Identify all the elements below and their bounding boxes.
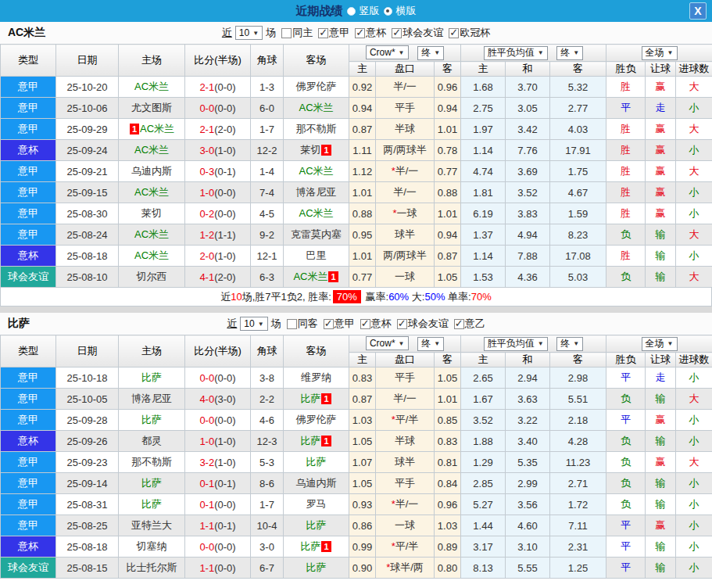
- full-time-score: 4-1: [199, 271, 214, 283]
- match-count-select[interactable]: 10▼: [235, 26, 263, 40]
- league-checkbox-seriea[interactable]: [318, 28, 328, 38]
- score-cell: 3-2(1-0): [185, 452, 251, 473]
- avg-source-select[interactable]: 胜平负均值▼: [484, 46, 548, 60]
- away-odds: 1.01: [435, 389, 461, 410]
- result-goals: 小: [676, 515, 712, 536]
- half-time-score: (0-0): [214, 187, 235, 199]
- avg-away-odds: 17.08: [550, 246, 606, 267]
- handicap-value: 半/一: [393, 393, 417, 404]
- table-row: 意甲 25-09-29 1AC米兰 2-1(2-0) 1-7 那不勒斯 0.87…: [1, 119, 712, 140]
- away-odds: 1.01: [435, 203, 461, 224]
- result-goals: 小: [676, 203, 712, 224]
- result-wdl: 平: [606, 515, 646, 536]
- result-goals: 小: [676, 246, 712, 267]
- layout-radio-vertical[interactable]: [347, 7, 356, 16]
- odds-final-select[interactable]: 终▼: [417, 46, 444, 60]
- home-odds: 1.03: [349, 410, 376, 431]
- handicap-value: 平手: [395, 102, 415, 113]
- odds-final-select[interactable]: 终▼: [417, 337, 444, 351]
- away-team-name: AC米兰: [299, 207, 333, 219]
- layout-radio-horizontal[interactable]: [384, 7, 392, 16]
- league-checkbox-coppa[interactable]: [360, 319, 370, 329]
- home-odds: 0.83: [349, 368, 376, 389]
- away-red-card-badge: 1: [321, 436, 331, 446]
- big-rate-label: 大:: [412, 290, 425, 304]
- league-checkbox-serieb[interactable]: [454, 319, 464, 329]
- result-scope-select[interactable]: 全场▼: [642, 46, 678, 60]
- result-handicap: 输: [646, 494, 676, 515]
- league-checkbox-coppa[interactable]: [355, 28, 365, 38]
- match-date: 25-09-21: [56, 161, 119, 182]
- home-team-cell: 都灵: [119, 431, 185, 452]
- league-type-cell: 意甲: [1, 98, 56, 119]
- table-row: 意甲 25-09-28 比萨 0-0(0-0) 4-6 佛罗伦萨 1.03 *平…: [1, 410, 712, 431]
- recent-link[interactable]: 近: [222, 26, 232, 40]
- home-team-cell: 比萨: [119, 473, 185, 494]
- score-cell: 1-1(0-0): [185, 558, 251, 579]
- avg-away-odds: 2.98: [550, 368, 606, 389]
- avg-away-odds: 11.23: [550, 452, 606, 473]
- table-row: 意甲 25-10-20 AC米兰 2-1(0-0) 1-3 佛罗伦萨 0.92 …: [1, 77, 712, 98]
- league-checkbox-seriea[interactable]: [324, 319, 334, 329]
- full-time-score: 3-2: [199, 457, 214, 468]
- home-team-name: 比萨: [141, 371, 162, 383]
- sub-header-wdl: 胜负: [606, 353, 646, 368]
- table-row: 意甲 25-10-06 尤文图斯 0-0(0-0) 6-0 AC米兰 0.94 …: [1, 98, 712, 119]
- avg-final-select[interactable]: 终▼: [556, 46, 583, 60]
- away-team-name: AC米兰: [299, 102, 333, 113]
- handicap-cell: *球半/两: [376, 558, 435, 579]
- away-team-cell: AC米兰: [284, 203, 349, 224]
- score-cell: 0-0(0-0): [185, 98, 251, 119]
- col-header-home: 主场: [119, 335, 185, 368]
- recent-link[interactable]: 近: [227, 317, 237, 331]
- home-odds: 0.86: [349, 515, 376, 536]
- corner-count: 1-7: [251, 119, 284, 140]
- home-odds: 1.11: [349, 140, 376, 161]
- result-handicap: 赢: [646, 410, 676, 431]
- result-scope-select[interactable]: 全场▼: [642, 337, 678, 351]
- odds-source-select[interactable]: Crow*▼: [366, 336, 409, 350]
- away-team-cell: 莱切1: [284, 140, 349, 161]
- league-checkbox-friendly[interactable]: [397, 319, 407, 329]
- league-type-cell: 意甲: [1, 77, 56, 98]
- avg-source-select[interactable]: 胜平负均值▼: [484, 337, 548, 351]
- table-row: 球会友谊 25-08-15 比士托尔斯 1-1(0-0) 6-7 比萨 0.90…: [1, 558, 712, 579]
- away-team-cell: 比萨1: [284, 431, 349, 452]
- away-team-cell: AC米兰: [284, 98, 349, 119]
- result-goals: 大: [676, 224, 712, 246]
- away-team-name: 比萨: [306, 561, 327, 573]
- score-cell: 1-1(0-1): [185, 515, 251, 536]
- handicap-value: 半球: [395, 123, 415, 134]
- same-venue-checkbox[interactable]: [281, 28, 292, 38]
- same-venue-checkbox[interactable]: [287, 319, 297, 329]
- half-time-score: (1-1): [214, 229, 235, 241]
- home-odds: 0.88: [349, 203, 376, 224]
- corner-count: 7-4: [251, 182, 284, 203]
- match-count-select[interactable]: 10▼: [240, 317, 267, 331]
- result-goals: 小: [676, 140, 712, 161]
- away-odds: 0.94: [435, 98, 461, 119]
- home-team-name: 博洛尼亚: [131, 393, 172, 404]
- sub-header-avg-home: 主: [461, 62, 506, 77]
- away-odds: 0.88: [435, 182, 461, 203]
- home-odds: 0.93: [349, 494, 376, 515]
- away-odds: 0.94: [435, 224, 461, 246]
- avg-home-odds: 2.65: [461, 368, 506, 389]
- home-team-name: 那不勒斯: [131, 456, 172, 468]
- score-cell: 2-1(2-0): [185, 119, 251, 140]
- result-wdl: 平: [606, 558, 646, 579]
- avg-home-odds: 1.67: [461, 389, 506, 410]
- league-checkbox-ucl[interactable]: [449, 28, 459, 38]
- odds-group-header: Crow*▼ 终▼: [349, 335, 461, 353]
- avg-final-select[interactable]: 终▼: [556, 337, 583, 351]
- away-team-name: 那不勒斯: [296, 123, 337, 134]
- corner-count: 6-0: [251, 98, 284, 119]
- match-date: 25-08-10: [56, 267, 119, 288]
- close-icon[interactable]: X: [689, 2, 707, 20]
- avg-draw-odds: 3.10: [506, 536, 550, 558]
- result-wdl: 负: [606, 267, 646, 288]
- home-odds: 0.94: [349, 98, 376, 119]
- odds-source-select[interactable]: Crow*▼: [366, 45, 409, 59]
- league-checkbox-friendly[interactable]: [392, 28, 402, 38]
- full-time-score: 0-0: [199, 102, 214, 114]
